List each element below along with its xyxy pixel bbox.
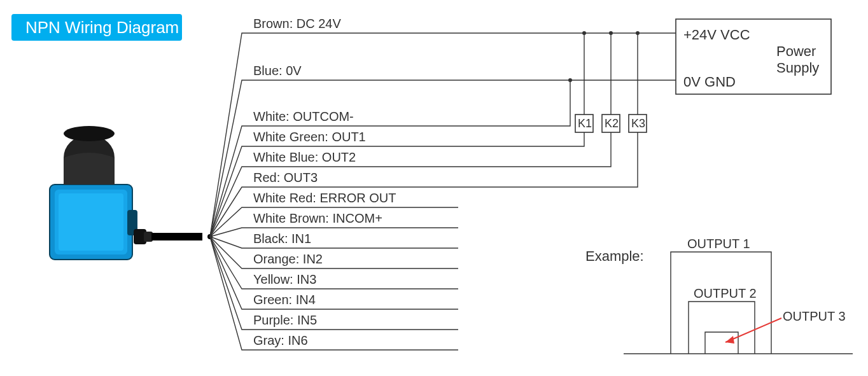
wire-label-in3: Yellow: IN3 [253, 272, 316, 286]
wire-label-in6: Gray: IN6 [253, 333, 308, 347]
wire-label-out1: White Green: OUT1 [253, 130, 366, 144]
wire-label-incom: White Brown: INCOM+ [253, 211, 382, 225]
wire-label-in4: Green: IN4 [253, 293, 316, 307]
diagram-title: NPN Wiring Diagram [25, 18, 179, 37]
wire-black-in1: Black: IN1 [210, 232, 458, 248]
svg-rect-6 [144, 232, 153, 242]
example-out1-label: OUTPUT 1 [687, 237, 750, 251]
relay-k2-label: K2 [605, 117, 619, 130]
wire-yellow-in3: Yellow: IN3 [210, 237, 458, 289]
ps-name-line2: Supply [776, 60, 819, 76]
svg-rect-2 [59, 193, 123, 251]
wire-whitebrown-incom: White Brown: INCOM+ [210, 211, 458, 237]
ps-gnd-label: 0V GND [683, 74, 736, 90]
relay-k3-label: K3 [631, 117, 645, 130]
relay-k1: K1 [575, 33, 593, 132]
wire-label-out2: White Blue: OUT2 [253, 150, 356, 164]
sensor-device [50, 126, 202, 260]
wire-label-outcom: White: OUTCOM- [253, 109, 354, 123]
ps-name-line1: Power [776, 43, 816, 59]
example-out2-label: OUTPUT 2 [694, 286, 757, 300]
wiring-diagram: NPN Wiring Diagram Brown: DC 24V Bl [0, 0, 868, 376]
arrow-out3 [725, 318, 781, 342]
wire-green-in4: Green: IN4 [210, 237, 458, 309]
example-out3-label: OUTPUT 3 [783, 309, 846, 323]
relay-k3: K3 [629, 33, 647, 132]
wire-label-blue: Blue: 0V [253, 64, 302, 78]
wire-orange-in2: Orange: IN2 [210, 237, 458, 268]
relay-k2: K2 [602, 33, 620, 132]
wire-purple-in5: Purple: IN5 [210, 237, 458, 330]
power-supply-box: +24V VCC 0V GND Power Supply [676, 19, 831, 94]
relay-k1-label: K1 [578, 117, 592, 130]
wire-label-error: White Red: ERROR OUT [253, 191, 396, 205]
wire-label-in2: Orange: IN2 [253, 252, 323, 266]
wire-label-in1: Black: IN1 [253, 232, 311, 246]
wire-gray-in6: Gray: IN6 [210, 237, 458, 350]
ps-vcc-label: +24V VCC [683, 27, 750, 43]
example-zones: Example: OUTPUT 1 OUTPUT 2 OUTPUT 3 [585, 237, 853, 354]
example-heading: Example: [585, 248, 644, 264]
wire-label-brown: Brown: DC 24V [253, 17, 341, 31]
wire-label-out3: Red: OUT3 [253, 171, 318, 185]
svg-point-4 [64, 126, 115, 141]
wire-label-in5: Purple: IN5 [253, 313, 317, 327]
arrow-out3-head [725, 336, 734, 344]
